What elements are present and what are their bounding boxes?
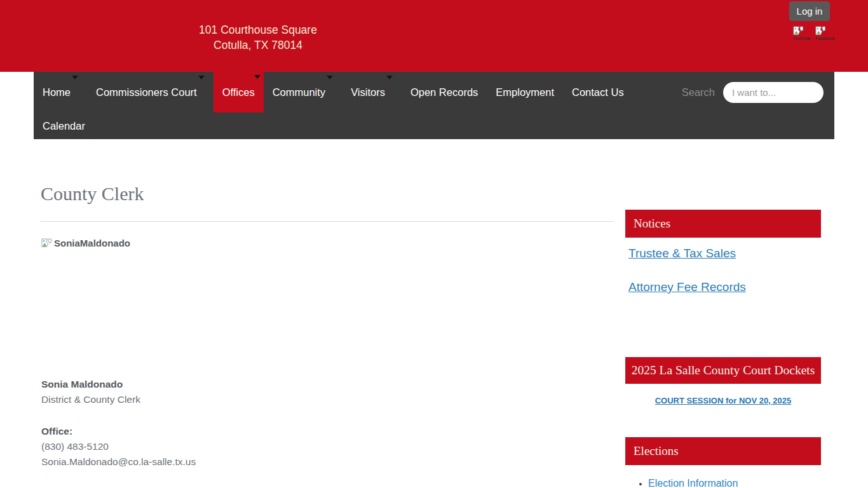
chevron-down-icon xyxy=(327,76,333,79)
attorney-fee-records-link[interactable]: Attorney Fee Records xyxy=(628,280,746,294)
elections-banner: Elections xyxy=(625,437,821,465)
chevron-down-icon xyxy=(254,75,261,79)
clerk-name: Sonia Maldonado xyxy=(41,377,196,392)
main-navbar: Home Commissioners Court Offices Communi… xyxy=(34,72,834,139)
broken-image-icon xyxy=(793,26,804,36)
chevron-down-icon xyxy=(386,76,393,79)
search-group: Search xyxy=(682,72,834,112)
facebook-alt-text: Facebook xyxy=(815,36,835,41)
social-links: YouTube Facebook xyxy=(793,26,826,41)
nav-item-contact-us[interactable]: Contact Us xyxy=(563,72,633,112)
nav-label: Home xyxy=(43,86,71,98)
office-phone: (830) 483-5120 xyxy=(41,439,196,454)
chevron-down-icon xyxy=(198,76,205,79)
nav-item-open-records[interactable]: Open Records xyxy=(402,72,487,112)
search-input[interactable] xyxy=(723,82,824,103)
search-label: Search xyxy=(682,86,715,98)
youtube-link[interactable]: YouTube xyxy=(793,26,804,41)
nav-row-1: Home Commissioners Court Offices Communi… xyxy=(34,72,834,112)
nav-label: Commissioners Court xyxy=(96,86,197,98)
address-line-2: Cotulla, TX 78014 xyxy=(163,37,353,53)
nav-item-calendar[interactable]: Calendar xyxy=(34,112,94,139)
clerk-title: District & County Clerk xyxy=(41,392,196,407)
nav-label: Offices xyxy=(222,86,255,98)
nav-item-commissioners-court[interactable]: Commissioners Court xyxy=(87,72,214,112)
login-button[interactable]: Log in xyxy=(789,1,830,21)
nav-label: Community xyxy=(273,86,325,98)
chevron-down-icon xyxy=(72,76,78,79)
nav-label: Calendar xyxy=(43,120,85,132)
page-title: County Clerk xyxy=(41,183,144,205)
clerk-photo-broken-image: SoniaMaldonado xyxy=(41,238,130,248)
nav-label: Employment xyxy=(496,86,554,98)
page: 101 Courthouse Square Cotulla, TX 78014 … xyxy=(0,0,868,488)
trustee-tax-sales-link[interactable]: Trustee & Tax Sales xyxy=(628,247,736,261)
court-session-link[interactable]: COURT SESSION for NOV 20, 2025 xyxy=(625,396,821,405)
nav-item-home[interactable]: Home xyxy=(34,72,87,112)
youtube-alt-text: YouTube xyxy=(793,36,811,41)
address-line-1: 101 Courthouse Square xyxy=(163,22,353,37)
broken-image-icon xyxy=(41,238,52,248)
title-divider xyxy=(41,221,613,222)
nav-label: Visitors xyxy=(351,86,385,98)
nav-row-2: Calendar xyxy=(34,112,834,139)
office-email: Sonia.Maldonado@co.la-salle.tx.us xyxy=(41,454,196,470)
court-dockets-banner: 2025 La Salle County Court Dockets xyxy=(625,357,821,384)
bullet-icon xyxy=(639,483,642,485)
office-label: Office: xyxy=(41,424,196,439)
facebook-link[interactable]: Facebook xyxy=(815,26,826,41)
election-information-link[interactable]: Election Information xyxy=(648,478,738,488)
nav-label: Contact Us xyxy=(572,86,624,98)
photo-alt-text: SoniaMaldonado xyxy=(54,238,130,248)
nav-item-offices[interactable]: Offices xyxy=(214,72,264,112)
nav-item-employment[interactable]: Employment xyxy=(487,72,563,112)
nav-label: Open Records xyxy=(410,86,478,98)
site-address: 101 Courthouse Square Cotulla, TX 78014 xyxy=(163,22,353,53)
nav-item-visitors[interactable]: Visitors xyxy=(342,72,402,112)
elections-list-item: Election Information xyxy=(639,478,738,488)
notices-banner: Notices xyxy=(625,210,821,238)
broken-image-icon xyxy=(815,26,826,36)
header-band: 101 Courthouse Square Cotulla, TX 78014 … xyxy=(0,0,868,72)
contact-block: Sonia Maldonado District & County Clerk … xyxy=(41,377,196,470)
nav-item-community[interactable]: Community xyxy=(264,72,342,112)
